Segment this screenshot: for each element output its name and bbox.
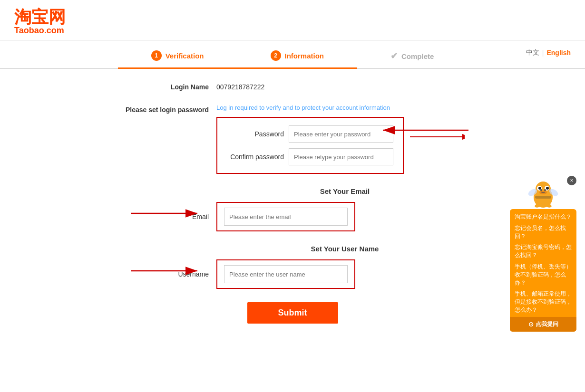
- arrow-username-svg: [126, 265, 202, 277]
- main-form: Login Name 0079218787222 Please set logi…: [102, 83, 483, 324]
- step-verification-label: Verification: [166, 52, 204, 60]
- logo-english: Taobao.com: [14, 26, 571, 36]
- step-complete[interactable]: ✔ Complete: [357, 46, 467, 68]
- username-box: [216, 259, 355, 289]
- email-row: Email: [112, 202, 473, 231]
- chat-footer-button[interactable]: ⊙ 点我提问: [510, 317, 576, 332]
- language-selector: 中文 | English: [526, 48, 571, 57]
- login-name-value: 0079218787222: [216, 83, 264, 91]
- submit-button[interactable]: Submit: [247, 302, 338, 324]
- mascot-svg: [526, 176, 561, 211]
- steps-bar: 1 Verification 2 Information ✔ Complete …: [0, 41, 585, 69]
- chat-item-5[interactable]: 手机、邮箱正常使用，但是接收不到验证码，怎么办？: [515, 290, 572, 314]
- username-input[interactable]: [224, 265, 348, 283]
- password-hint: Log in required to verify and to protect…: [216, 104, 404, 111]
- login-name-label: Login Name: [112, 83, 216, 91]
- password-section-label: Please set login password: [112, 104, 216, 114]
- chat-panel: 淘宝账户名是指什么？ 忘记会员名，怎么找回？ 忘记淘宝账号密码，怎么找回？ 手机…: [510, 209, 576, 332]
- password-label: Password: [227, 130, 289, 138]
- chat-item-3[interactable]: 忘记淘宝账号密码，怎么找回？: [515, 243, 572, 259]
- password-box: Password Confirm password: [216, 117, 404, 174]
- username-section: Set Your User Name Username: [112, 245, 473, 289]
- lang-divider: |: [542, 49, 544, 57]
- step-circle-2: 2: [271, 50, 281, 61]
- step-complete-label: Complete: [401, 52, 434, 60]
- step-information[interactable]: 2 Information: [237, 46, 358, 69]
- chat-footer-label: 点我提问: [536, 320, 558, 328]
- email-input[interactable]: [224, 208, 348, 226]
- password-input[interactable]: [289, 125, 393, 143]
- svg-point-13: [546, 187, 549, 190]
- confirm-row: Confirm password: [227, 148, 393, 165]
- chat-item-2[interactable]: 忘记会员名，怎么找回？: [515, 224, 572, 240]
- chat-widget: × 淘宝账户名是指什么？ 忘记会员名，怎么找回？ 忘记淘宝账号密码，怎么找回？ …: [510, 176, 576, 332]
- step-information-label: Information: [285, 52, 324, 60]
- username-row: Username: [112, 259, 473, 289]
- chat-item-4[interactable]: 手机（停机、丢失等）收不到验证码，怎么办？: [515, 263, 572, 287]
- chat-item-1[interactable]: 淘宝账户名是指什么？: [515, 213, 572, 221]
- svg-point-21: [544, 189, 546, 191]
- confirm-input[interactable]: [289, 148, 393, 165]
- svg-rect-15: [535, 196, 551, 199]
- lang-zh[interactable]: 中文: [526, 48, 539, 57]
- email-section: Set Your Email Email: [112, 187, 473, 231]
- login-name-row: Login Name 0079218787222: [112, 83, 473, 91]
- arrow-email: [126, 208, 202, 221]
- chat-close-button[interactable]: ×: [567, 176, 576, 185]
- arrow-email-svg: [126, 208, 202, 220]
- chat-mascot-area: ×: [510, 176, 576, 213]
- arrow-username: [126, 265, 202, 278]
- svg-point-12: [538, 187, 541, 190]
- chat-footer-icon: ⊙: [528, 321, 534, 328]
- username-section-title: Set Your User Name: [216, 245, 473, 253]
- step-verification[interactable]: 1 Verification: [118, 46, 237, 69]
- submit-row: Submit: [112, 302, 473, 324]
- logo-chinese: 淘宝网: [14, 9, 571, 26]
- lang-en[interactable]: English: [546, 49, 571, 57]
- step-circle-1: 1: [151, 50, 162, 61]
- confirm-label: Confirm password: [227, 153, 289, 161]
- big-arrow-password: [378, 123, 473, 139]
- email-section-title: Set Your Email: [216, 187, 473, 195]
- password-row: Password: [227, 125, 393, 143]
- password-section: Please set login password Log in require…: [112, 104, 473, 174]
- email-box: [216, 202, 355, 231]
- big-arrow-pw-svg: [378, 123, 473, 137]
- svg-point-20: [540, 189, 542, 191]
- header: 淘宝网 Taobao.com: [0, 0, 585, 41]
